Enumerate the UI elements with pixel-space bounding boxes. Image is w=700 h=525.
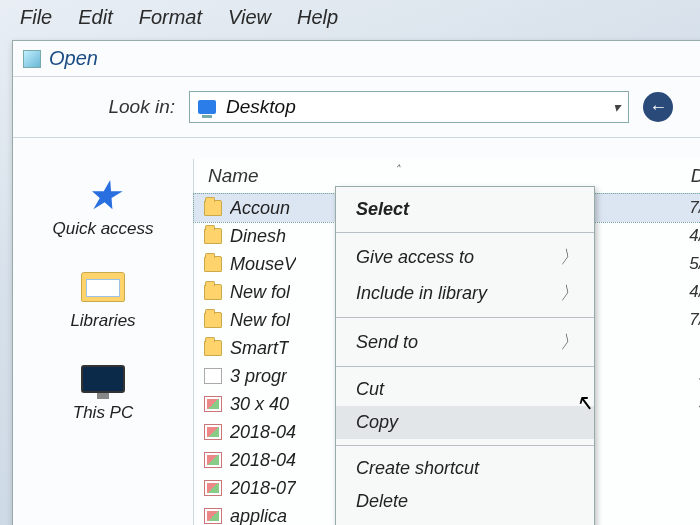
file-name: MouseV [230, 254, 296, 275]
img-icon [204, 452, 222, 468]
file-date: 7/1 [689, 198, 700, 218]
img-icon [204, 424, 222, 440]
menu-edit[interactable]: Edit [78, 6, 112, 29]
lookin-row: Look in: Desktop ▾ ← [13, 77, 700, 138]
libraries-icon [81, 272, 125, 302]
file-name: applica [230, 506, 287, 526]
monitor-icon [81, 365, 125, 393]
ctx-cut[interactable]: Cut [336, 373, 594, 406]
ctx-item-label: Include in library [356, 283, 487, 304]
file-name: SmartT [230, 338, 289, 359]
ctx-item-label: Delete [356, 491, 408, 512]
ctx-item-label: Create shortcut [356, 458, 479, 479]
ctx-create-shortcut[interactable]: Create shortcut [336, 452, 594, 485]
sort-indicator-icon: ˄ [394, 163, 400, 177]
folder-icon [204, 340, 222, 356]
ctx-copy[interactable]: Copy [336, 406, 594, 439]
context-menu: SelectGive access to〉Include in library〉… [335, 186, 595, 525]
nav-back-button[interactable]: ← [643, 92, 673, 122]
ctx-item-label: Select [356, 199, 409, 220]
menu-help[interactable]: Help [297, 6, 338, 29]
dialog-icon [23, 50, 41, 68]
file-name: Accoun [230, 198, 290, 219]
dialog-titlebar: Open [13, 41, 700, 77]
places-libraries[interactable]: Libraries [70, 267, 135, 331]
desktop-icon [198, 100, 216, 114]
file-date: 5/2 [689, 254, 700, 274]
file-name: 30 x 40 [230, 394, 289, 415]
menu-view[interactable]: View [228, 6, 271, 29]
places-bar: ★ Quick access Libraries This PC [13, 159, 193, 525]
ctx-include-in-library[interactable]: Include in library〉 [336, 275, 594, 311]
file-date: 4/3 [689, 282, 700, 302]
places-label: Quick access [52, 219, 153, 239]
folder-icon [204, 200, 222, 216]
column-date[interactable]: Da [691, 165, 700, 187]
folder-icon [204, 312, 222, 328]
file-name: New fol [230, 282, 290, 303]
file-name: 2018-04 [230, 422, 296, 443]
lookin-dropdown[interactable]: Desktop ▾ [189, 91, 629, 123]
file-name: 2018-07 [230, 478, 296, 499]
places-this-pc[interactable]: This PC [73, 359, 133, 423]
chevron-right-icon: 〉 [560, 281, 578, 305]
file-name: New fol [230, 310, 290, 331]
chevron-right-icon: 〉 [560, 245, 578, 269]
ctx-send-to[interactable]: Send to〉 [336, 324, 594, 360]
star-icon: ★ [85, 175, 121, 215]
places-label: This PC [73, 403, 133, 423]
ctx-give-access-to[interactable]: Give access to〉 [336, 239, 594, 275]
folder-icon [204, 228, 222, 244]
file-icon [204, 368, 222, 384]
ctx-select[interactable]: Select [336, 193, 594, 226]
places-label: Libraries [70, 311, 135, 331]
img-icon [204, 396, 222, 412]
ctx-item-label: Give access to [356, 247, 474, 268]
file-name: Dinesh [230, 226, 286, 247]
file-date: 7/4 [689, 310, 700, 330]
chevron-down-icon: ▾ [613, 99, 620, 115]
column-name[interactable]: Name [208, 165, 628, 187]
img-icon [204, 480, 222, 496]
file-date: 4/9 [689, 226, 700, 246]
ctx-rename[interactable]: Rename [336, 518, 594, 525]
ctx-item-label: Copy [356, 412, 398, 433]
folder-icon [204, 256, 222, 272]
lookin-label: Look in: [25, 96, 175, 118]
ctx-delete[interactable]: Delete [336, 485, 594, 518]
ctx-item-label: Cut [356, 379, 384, 400]
menu-file[interactable]: File [20, 6, 52, 29]
ctx-item-label: Send to [356, 332, 418, 353]
folder-icon [204, 284, 222, 300]
chevron-right-icon: 〉 [560, 330, 578, 354]
file-name: 2018-04 [230, 450, 296, 471]
dialog-title: Open [49, 47, 98, 70]
file-name: 3 progr [230, 366, 287, 387]
menu-format[interactable]: Format [139, 6, 202, 29]
img-icon [204, 508, 222, 524]
app-menubar: File Edit Format View Help [0, 0, 700, 39]
lookin-value: Desktop [226, 96, 296, 118]
places-quick-access[interactable]: ★ Quick access [52, 175, 153, 239]
